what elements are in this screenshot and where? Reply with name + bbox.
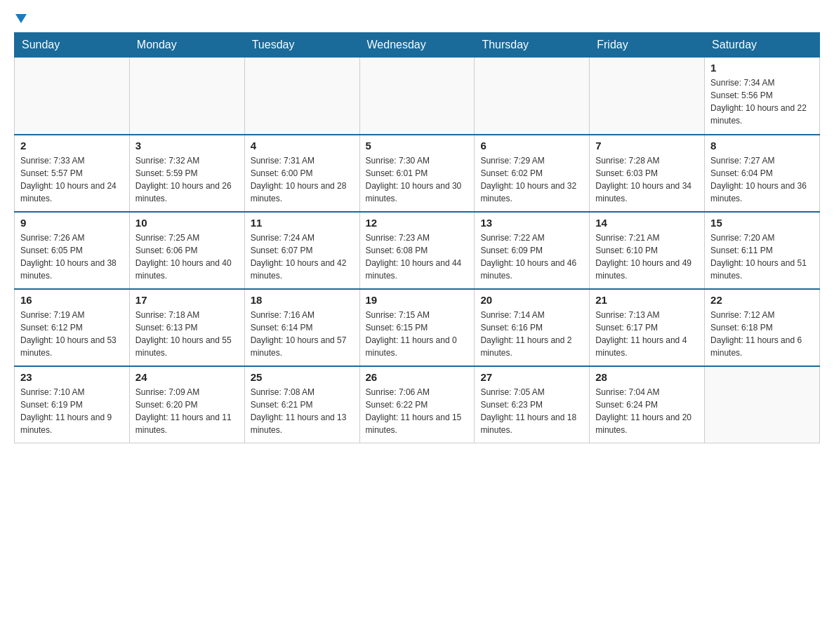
- day-info: Sunrise: 7:16 AM Sunset: 6:14 PM Dayligh…: [251, 309, 354, 359]
- day-number: 8: [710, 140, 814, 152]
- day-number: 26: [366, 371, 469, 383]
- header-sunday: Sunday: [15, 33, 130, 58]
- table-row: [475, 58, 590, 135]
- calendar-week-row: 2Sunrise: 7:33 AM Sunset: 5:57 PM Daylig…: [15, 135, 820, 212]
- day-number: 4: [251, 140, 354, 152]
- day-number: 2: [20, 140, 124, 152]
- table-row: 26Sunrise: 7:06 AM Sunset: 6:22 PM Dayli…: [359, 366, 475, 443]
- table-row: 5Sunrise: 7:30 AM Sunset: 6:01 PM Daylig…: [359, 135, 475, 212]
- day-number: 7: [595, 140, 699, 152]
- table-row: 9Sunrise: 7:26 AM Sunset: 6:05 PM Daylig…: [15, 212, 130, 289]
- header-thursday: Thursday: [475, 33, 590, 58]
- day-info: Sunrise: 7:28 AM Sunset: 6:03 PM Dayligh…: [595, 154, 699, 205]
- day-number: 1: [710, 62, 814, 74]
- table-row: [590, 58, 705, 135]
- day-number: 12: [366, 217, 469, 229]
- day-number: 17: [135, 294, 239, 306]
- day-number: 10: [135, 217, 239, 229]
- table-row: 28Sunrise: 7:04 AM Sunset: 6:24 PM Dayli…: [590, 366, 705, 443]
- table-row: 8Sunrise: 7:27 AM Sunset: 6:04 PM Daylig…: [705, 135, 820, 212]
- day-number: 25: [251, 371, 354, 383]
- day-number: 28: [595, 371, 699, 383]
- day-info: Sunrise: 7:13 AM Sunset: 6:17 PM Dayligh…: [595, 309, 699, 359]
- table-row: 17Sunrise: 7:18 AM Sunset: 6:13 PM Dayli…: [129, 289, 244, 366]
- table-row: 19Sunrise: 7:15 AM Sunset: 6:15 PM Dayli…: [359, 289, 475, 366]
- table-row: 14Sunrise: 7:21 AM Sunset: 6:10 PM Dayli…: [590, 212, 705, 289]
- day-info: Sunrise: 7:04 AM Sunset: 6:24 PM Dayligh…: [595, 386, 699, 436]
- day-info: Sunrise: 7:32 AM Sunset: 5:59 PM Dayligh…: [135, 154, 239, 205]
- day-number: 23: [20, 371, 124, 383]
- day-number: 3: [135, 140, 239, 152]
- table-row: 23Sunrise: 7:10 AM Sunset: 6:19 PM Dayli…: [15, 366, 130, 443]
- day-info: Sunrise: 7:12 AM Sunset: 6:18 PM Dayligh…: [710, 309, 814, 359]
- day-info: Sunrise: 7:21 AM Sunset: 6:10 PM Dayligh…: [595, 232, 699, 282]
- day-info: Sunrise: 7:30 AM Sunset: 6:01 PM Dayligh…: [366, 154, 469, 205]
- calendar-week-row: 9Sunrise: 7:26 AM Sunset: 6:05 PM Daylig…: [15, 212, 820, 289]
- header-tuesday: Tuesday: [244, 33, 359, 58]
- table-row: 15Sunrise: 7:20 AM Sunset: 6:11 PM Dayli…: [705, 212, 820, 289]
- header-wednesday: Wednesday: [359, 33, 475, 58]
- table-row: 27Sunrise: 7:05 AM Sunset: 6:23 PM Dayli…: [475, 366, 590, 443]
- header-friday: Friday: [590, 33, 705, 58]
- day-info: Sunrise: 7:26 AM Sunset: 6:05 PM Dayligh…: [20, 232, 124, 282]
- table-row: 13Sunrise: 7:22 AM Sunset: 6:09 PM Dayli…: [475, 212, 590, 289]
- day-number: 14: [595, 217, 699, 229]
- day-number: 27: [480, 371, 583, 383]
- table-row: [244, 58, 359, 135]
- day-number: 21: [595, 294, 699, 306]
- calendar-week-row: 1Sunrise: 7:34 AM Sunset: 5:56 PM Daylig…: [15, 58, 820, 135]
- day-info: Sunrise: 7:29 AM Sunset: 6:02 PM Dayligh…: [480, 154, 583, 205]
- table-row: 21Sunrise: 7:13 AM Sunset: 6:17 PM Dayli…: [590, 289, 705, 366]
- day-number: 6: [480, 140, 583, 152]
- day-info: Sunrise: 7:24 AM Sunset: 6:07 PM Dayligh…: [251, 232, 354, 282]
- day-info: Sunrise: 7:31 AM Sunset: 6:00 PM Dayligh…: [251, 154, 354, 205]
- day-number: 18: [251, 294, 354, 306]
- calendar-week-row: 23Sunrise: 7:10 AM Sunset: 6:19 PM Dayli…: [15, 366, 820, 443]
- day-number: 20: [480, 294, 583, 306]
- day-number: 11: [251, 217, 354, 229]
- day-number: 16: [20, 294, 124, 306]
- table-row: [705, 366, 820, 443]
- calendar-table: Sunday Monday Tuesday Wednesday Thursday…: [14, 32, 820, 443]
- day-info: Sunrise: 7:27 AM Sunset: 6:04 PM Dayligh…: [710, 154, 814, 205]
- header-monday: Monday: [129, 33, 244, 58]
- table-row: [129, 58, 244, 135]
- table-row: 1Sunrise: 7:34 AM Sunset: 5:56 PM Daylig…: [705, 58, 820, 135]
- day-number: 22: [710, 294, 814, 306]
- day-info: Sunrise: 7:14 AM Sunset: 6:16 PM Dayligh…: [480, 309, 583, 359]
- table-row: 22Sunrise: 7:12 AM Sunset: 6:18 PM Dayli…: [705, 289, 820, 366]
- day-info: Sunrise: 7:23 AM Sunset: 6:08 PM Dayligh…: [366, 232, 469, 282]
- table-row: 7Sunrise: 7:28 AM Sunset: 6:03 PM Daylig…: [590, 135, 705, 212]
- day-info: Sunrise: 7:34 AM Sunset: 5:56 PM Dayligh…: [710, 76, 814, 127]
- calendar-week-row: 16Sunrise: 7:19 AM Sunset: 6:12 PM Dayli…: [15, 289, 820, 366]
- table-row: 16Sunrise: 7:19 AM Sunset: 6:12 PM Dayli…: [15, 289, 130, 366]
- day-info: Sunrise: 7:08 AM Sunset: 6:21 PM Dayligh…: [251, 386, 354, 436]
- logo: [14, 14, 27, 25]
- table-row: 25Sunrise: 7:08 AM Sunset: 6:21 PM Dayli…: [244, 366, 359, 443]
- header-saturday: Saturday: [705, 33, 820, 58]
- day-info: Sunrise: 7:05 AM Sunset: 6:23 PM Dayligh…: [480, 386, 583, 436]
- table-row: 12Sunrise: 7:23 AM Sunset: 6:08 PM Dayli…: [359, 212, 475, 289]
- day-number: 15: [710, 217, 814, 229]
- table-row: 10Sunrise: 7:25 AM Sunset: 6:06 PM Dayli…: [129, 212, 244, 289]
- table-row: 6Sunrise: 7:29 AM Sunset: 6:02 PM Daylig…: [475, 135, 590, 212]
- day-number: 9: [20, 217, 124, 229]
- table-row: 20Sunrise: 7:14 AM Sunset: 6:16 PM Dayli…: [475, 289, 590, 366]
- table-row: [359, 58, 475, 135]
- day-number: 19: [366, 294, 469, 306]
- table-row: 24Sunrise: 7:09 AM Sunset: 6:20 PM Dayli…: [129, 366, 244, 443]
- day-info: Sunrise: 7:33 AM Sunset: 5:57 PM Dayligh…: [20, 154, 124, 205]
- page-header: [14, 14, 820, 25]
- day-info: Sunrise: 7:15 AM Sunset: 6:15 PM Dayligh…: [366, 309, 469, 359]
- day-number: 5: [366, 140, 469, 152]
- day-info: Sunrise: 7:09 AM Sunset: 6:20 PM Dayligh…: [135, 386, 239, 436]
- calendar-header-row: Sunday Monday Tuesday Wednesday Thursday…: [15, 33, 820, 58]
- day-info: Sunrise: 7:06 AM Sunset: 6:22 PM Dayligh…: [366, 386, 469, 436]
- day-info: Sunrise: 7:10 AM Sunset: 6:19 PM Dayligh…: [20, 386, 124, 436]
- day-info: Sunrise: 7:25 AM Sunset: 6:06 PM Dayligh…: [135, 232, 239, 282]
- day-info: Sunrise: 7:20 AM Sunset: 6:11 PM Dayligh…: [710, 232, 814, 282]
- table-row: 3Sunrise: 7:32 AM Sunset: 5:59 PM Daylig…: [129, 135, 244, 212]
- table-row: 4Sunrise: 7:31 AM Sunset: 6:00 PM Daylig…: [244, 135, 359, 212]
- table-row: 11Sunrise: 7:24 AM Sunset: 6:07 PM Dayli…: [244, 212, 359, 289]
- day-info: Sunrise: 7:22 AM Sunset: 6:09 PM Dayligh…: [480, 232, 583, 282]
